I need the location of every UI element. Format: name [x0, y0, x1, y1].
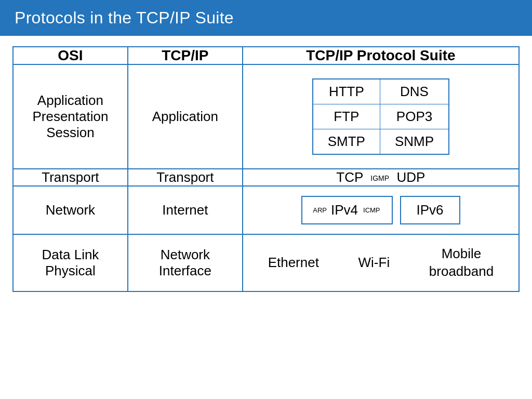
osi-application: ApplicationPresentationSession [13, 64, 128, 169]
table-row-transport: Transport Transport TCP IGMP UDP [13, 169, 519, 186]
col-header-suite: TCP/IP Protocol Suite [243, 47, 519, 64]
tcpip-transport: Transport [128, 169, 243, 186]
ipv4-box: ARP IPv4 ICMP [301, 196, 392, 224]
table-row-application: ApplicationPresentationSession Applicati… [13, 64, 519, 169]
tcpip-internet: Internet [128, 186, 243, 234]
igmp-label: IGMP [370, 174, 389, 182]
ethernet-label: Ethernet [268, 255, 319, 271]
cell-http: HTTP [313, 79, 380, 104]
suite-application: HTTP DNS FTP POP3 SMTP SNMP [243, 64, 519, 169]
cell-pop3: POP3 [380, 104, 449, 129]
main-content: OSI TCP/IP TCP/IP Protocol Suite Applica… [0, 36, 532, 302]
cell-smtp: SMTP [313, 129, 380, 155]
protocol-table: OSI TCP/IP TCP/IP Protocol Suite Applica… [12, 46, 520, 292]
mobile-broadband-label: Mobilebroadband [429, 245, 494, 281]
tcpip-network-interface: NetworkInterface [128, 234, 243, 291]
col-header-osi: OSI [13, 47, 128, 64]
suite-datalink: Ethernet Wi-Fi Mobilebroadband [243, 234, 519, 291]
page-title: Protocols in the TCP/IP Suite [0, 0, 532, 36]
suite-transport: TCP IGMP UDP [243, 169, 519, 186]
table-row-datalink: Data LinkPhysical NetworkInterface Ether… [13, 234, 519, 291]
protocol-app-table: HTTP DNS FTP POP3 SMTP SNMP [312, 78, 449, 155]
osi-network: Network [13, 186, 128, 234]
col-header-tcpip: TCP/IP [128, 47, 243, 64]
icmp-label: ICMP [363, 206, 380, 214]
cell-ftp: FTP [313, 104, 380, 129]
tcpip-application: Application [128, 64, 243, 169]
arp-label: ARP [313, 206, 327, 214]
wifi-label: Wi-Fi [358, 255, 390, 271]
osi-transport: Transport [13, 169, 128, 186]
suite-internet: ARP IPv4 ICMP IPv6 [243, 186, 519, 234]
cell-snmp: SNMP [380, 129, 449, 155]
table-row-internet: Network Internet ARP IPv4 ICMP IPv6 [13, 186, 519, 234]
osi-datalink: Data LinkPhysical [13, 234, 128, 291]
cell-dns: DNS [380, 79, 449, 104]
ipv6-box: IPv6 [400, 196, 460, 224]
